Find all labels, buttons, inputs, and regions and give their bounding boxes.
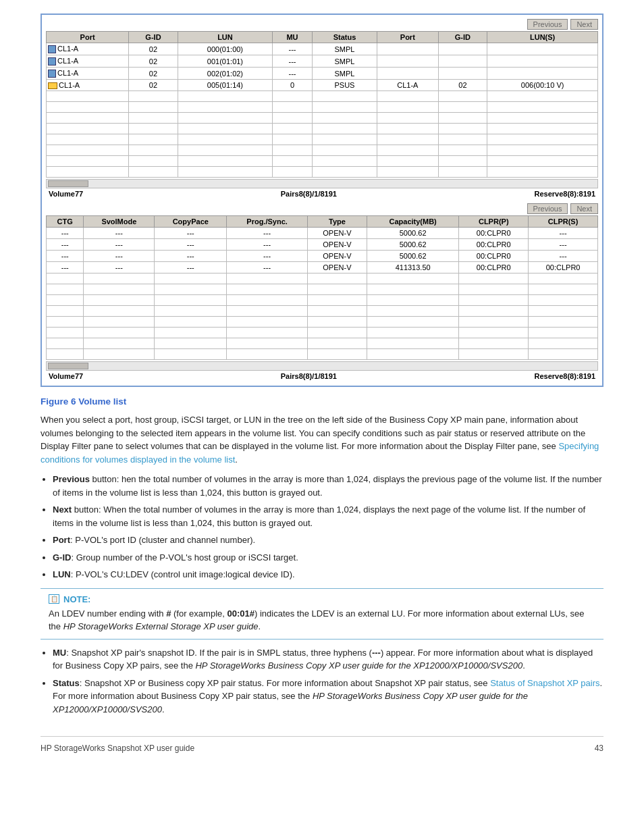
bullet-lun: LUN: P-VOL's CU:LDEV (control unit image… <box>53 568 603 581</box>
page-container: Previous Next Port G-ID LUN MU Status Po… <box>0 0 644 780</box>
table-row: CL1-A02005(01:14)0PSUSCL1-A02006(00:10 V… <box>47 80 598 91</box>
table-cell: --- <box>273 55 313 68</box>
top-volume-table: Port G-ID LUN MU Status Port G-ID LUN(S)… <box>46 31 598 178</box>
table-cell <box>438 43 487 55</box>
bottom-nav-buttons-row: Previous Next <box>46 203 598 214</box>
table-cell: OPEN-V <box>307 239 367 251</box>
floppy-icon <box>48 57 56 66</box>
bullet-status: Status: Snapshot XP or Business copy XP … <box>53 677 603 716</box>
table-cell <box>487 55 598 68</box>
table-cell: --- <box>529 251 598 262</box>
table-cell: --- <box>155 228 227 239</box>
col-rport: Port <box>377 32 439 43</box>
table-cell: --- <box>84 251 155 262</box>
col-svolmode: SvolMode <box>84 216 155 228</box>
empty-row <box>47 102 598 113</box>
bullet-list-2: MU: Snapshot XP pair's snapshot ID. If t… <box>53 646 603 716</box>
table-cell: --- <box>227 239 308 251</box>
table-cell: --- <box>47 262 84 273</box>
bottom-info-bar: Volume77 Pairs8(8)/1/8191 Reserve8(8):81… <box>46 371 598 382</box>
intro-paragraph: When you select a port, host group, iSCS… <box>41 413 603 466</box>
mu-italic-ref: HP StorageWorks Business Copy XP user gu… <box>195 660 522 671</box>
status-link[interactable]: Status of Snapshot XP pairs <box>490 678 599 688</box>
table-cell: --- <box>47 239 84 251</box>
top-next-button[interactable]: Next <box>570 19 598 30</box>
bottom-info-left: Volume77 <box>49 372 83 380</box>
table-cell: 000(01:00) <box>178 43 272 55</box>
table-row: CL1-A02000(01:00)---SMPL <box>47 43 598 55</box>
cell-port: CL1-A <box>47 68 129 80</box>
bullet-status-bold: Status <box>53 678 80 688</box>
table-cell: 00:CLPR0 <box>459 228 529 239</box>
bullet-gid-bold: G-ID <box>53 552 71 563</box>
table-cell: 00:CLPR0 <box>459 262 529 273</box>
top-info-right: Reserve8(8):8191 <box>534 190 595 198</box>
empty-row <box>47 306 598 317</box>
note-example-bold: 00:01# <box>227 608 254 619</box>
footer-right: 43 <box>595 744 603 753</box>
table-cell: PSUS <box>312 80 377 91</box>
bullet-port-bold: Port <box>53 535 70 545</box>
table-cell: --- <box>84 262 155 273</box>
table-cell: --- <box>84 228 155 239</box>
footer-left: HP StorageWorks Snapshot XP user guide <box>41 744 194 753</box>
table-cell: --- <box>227 251 308 262</box>
bottom-next-button[interactable]: Next <box>570 203 598 214</box>
table-cell <box>438 68 487 80</box>
table-cell <box>487 68 598 80</box>
table-cell: CL1-A <box>377 80 439 91</box>
bullet-mu: MU: Snapshot XP pair's snapshot ID. If t… <box>53 646 603 673</box>
top-horizontal-scrollbar[interactable] <box>46 179 598 188</box>
col-ctg: CTG <box>47 216 84 228</box>
table-row: ------------OPEN-V5000.6200:CLPR0--- <box>47 239 598 251</box>
note-icon: 📋 <box>49 594 59 604</box>
bottom-table-section: Previous Next CTG SvolMode CopyPace Prog… <box>46 203 598 371</box>
bullet-previous-bold: Previous <box>53 474 90 484</box>
table-cell: 00:CLPR0 <box>529 262 598 273</box>
table-cell: --- <box>273 68 313 80</box>
bullet-lun-bold: LUN <box>53 569 71 579</box>
table-cell: 001(01:01) <box>178 55 272 68</box>
empty-row <box>47 134 598 145</box>
table-cell: 02 <box>129 80 178 91</box>
top-info-bar: Volume77 Pairs8(8)/1/8191 Reserve8(8):81… <box>46 188 598 199</box>
empty-row <box>47 273 598 284</box>
bottom-horizontal-scrollbar[interactable] <box>46 361 598 371</box>
table-cell: 02 <box>129 43 178 55</box>
col-status: Status <box>312 32 377 43</box>
specifying-conditions-link[interactable]: Specifying conditions for volumes displa… <box>41 441 599 465</box>
table-cell: --- <box>155 251 227 262</box>
top-previous-button[interactable]: Previous <box>527 19 568 30</box>
col-capacity: Capacity(MB) <box>367 216 458 228</box>
figure-caption: Figure 6 Volume list <box>41 396 603 407</box>
empty-row <box>47 284 598 295</box>
cell-port: CL1-A <box>47 43 129 55</box>
bullet-previous: Previous button: hen the total number of… <box>53 473 603 499</box>
table-cell: OPEN-V <box>307 251 367 262</box>
bullet-list-1: Previous button: hen the total number of… <box>53 473 603 581</box>
table-cell: 02 <box>438 80 487 91</box>
table-cell: 5000.62 <box>367 251 458 262</box>
empty-row <box>47 328 598 338</box>
bottom-previous-button[interactable]: Previous <box>527 203 568 214</box>
bottom-scroll-thumb <box>48 363 88 369</box>
table-cell: SMPL <box>312 55 377 68</box>
table-cell: --- <box>155 239 227 251</box>
table-row: ------------OPEN-V5000.6200:CLPR0--- <box>47 228 598 239</box>
table-cell: OPEN-V <box>307 228 367 239</box>
table-cell: 02 <box>129 55 178 68</box>
top-table-section: Previous Next Port G-ID LUN MU Status Po… <box>46 19 598 188</box>
table-cell: 002(01:02) <box>178 68 272 80</box>
bottom-volume-table: CTG SvolMode CopyPace Prog./Sync. Type C… <box>46 215 598 360</box>
table-cell <box>487 43 598 55</box>
empty-row <box>47 349 598 360</box>
note-hash-bold: # <box>166 608 171 619</box>
top-scroll-thumb <box>48 180 88 187</box>
empty-row <box>47 91 598 102</box>
empty-row <box>47 295 598 306</box>
table-row: ------------OPEN-V411313.5000:CLPR000:CL… <box>47 262 598 273</box>
top-info-left: Volume77 <box>49 190 83 198</box>
page-footer: HP StorageWorks Snapshot XP user guide 4… <box>41 736 603 753</box>
note-title: 📋 NOTE: <box>49 594 595 604</box>
empty-row <box>47 113 598 124</box>
